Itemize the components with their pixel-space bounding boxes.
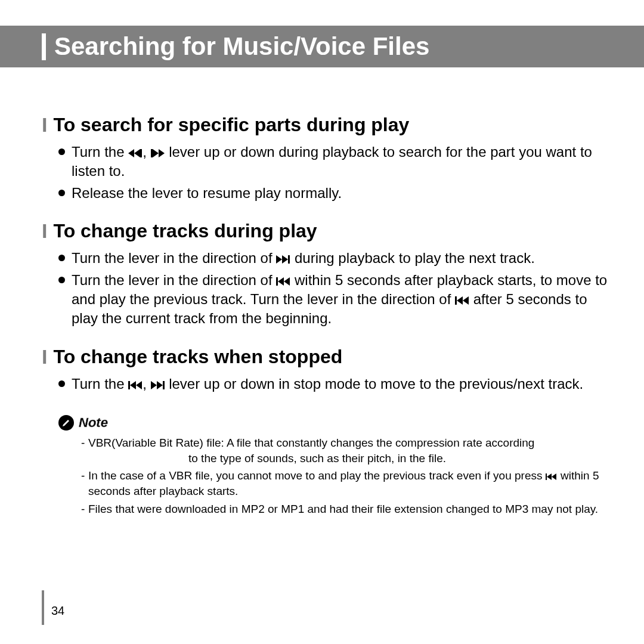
svg-marker-1 — [134, 149, 140, 157]
note-text: Files that were downloaded in MP2 or MP1… — [88, 503, 598, 515]
section-heading: I To change tracks when stopped — [42, 345, 608, 369]
svg-rect-20 — [163, 381, 165, 389]
svg-marker-7 — [282, 255, 288, 264]
bullet-text: during playback to play the next track. — [295, 250, 535, 266]
bullet-text: Turn the — [72, 144, 128, 160]
section-bar-icon: I — [42, 113, 47, 137]
svg-marker-17 — [136, 381, 142, 389]
bullet-list: Turn the , lever up or down in stop mode… — [42, 374, 608, 394]
svg-rect-21 — [546, 473, 547, 480]
svg-marker-19 — [157, 381, 163, 389]
note-heading: Note — [58, 415, 608, 431]
rewind-icon — [546, 473, 558, 480]
section-title: To change tracks during play — [53, 220, 317, 242]
page-title: Searching for Music/Voice Files — [54, 32, 429, 61]
svg-rect-15 — [128, 381, 130, 389]
forward-icon — [276, 255, 290, 264]
bullet-list: Turn the lever in the direction of durin… — [42, 249, 608, 329]
svg-rect-9 — [276, 277, 278, 286]
forward-icon — [151, 381, 165, 389]
section-title: To change tracks when stopped — [53, 346, 342, 368]
svg-marker-4 — [153, 149, 159, 157]
note-text: to the type of sounds, such as their pit… — [88, 451, 608, 466]
svg-marker-14 — [463, 296, 469, 305]
note-block: Note VBR(Variable Bit Rate) file: A file… — [42, 415, 608, 516]
section-bar-icon: I — [42, 345, 47, 369]
svg-marker-22 — [547, 473, 552, 480]
bullet-list: Turn the , lever up or down during playb… — [42, 143, 608, 203]
rewind-forward-icons: , — [128, 376, 169, 392]
page-number-bar — [42, 590, 44, 625]
note-text: In the case of a VBR file, you cannot mo… — [88, 469, 546, 482]
bullet-item: Turn the lever in the direction of durin… — [58, 249, 608, 268]
note-list: VBR(Variable Bit Rate) file: A file that… — [58, 435, 608, 516]
bullet-item: Turn the lever in the direction of withi… — [58, 271, 608, 329]
section-title: To search for specific parts during play — [53, 114, 409, 136]
section-heading: I To change tracks during play — [42, 219, 608, 243]
section-change-tracks-stopped: I To change tracks when stopped Turn the… — [42, 345, 608, 394]
section-heading: I To search for specific parts during pl… — [42, 113, 608, 137]
rewind-forward-icons: , — [128, 144, 169, 160]
svg-rect-3 — [151, 149, 153, 157]
rewind-icon — [455, 296, 469, 305]
svg-marker-23 — [552, 473, 556, 480]
page-content: I To search for specific parts during pl… — [42, 101, 608, 519]
note-item: Files that were downloaded in MP2 or MP1… — [81, 501, 608, 517]
note-item: VBR(Variable Bit Rate) file: A file that… — [81, 435, 608, 466]
svg-marker-6 — [276, 255, 282, 264]
bullet-text: Release the lever to resume play normall… — [72, 185, 342, 201]
page-number: 34 — [51, 604, 64, 618]
forward-icon — [151, 149, 165, 157]
rewind-icon — [276, 277, 290, 286]
svg-marker-5 — [159, 149, 165, 157]
svg-rect-2 — [140, 149, 142, 157]
svg-rect-12 — [455, 296, 457, 305]
bullet-item: Turn the , lever up or down in stop mode… — [58, 374, 608, 394]
svg-marker-0 — [128, 149, 134, 157]
svg-rect-8 — [288, 255, 290, 264]
svg-marker-18 — [151, 381, 157, 389]
bullet-item: Release the lever to resume play normall… — [58, 184, 608, 203]
section-search-parts: I To search for specific parts during pl… — [42, 113, 608, 203]
note-item: In the case of a VBR file, you cannot mo… — [81, 468, 608, 499]
page-header: Searching for Music/Voice Files — [0, 26, 644, 67]
bullet-item: Turn the , lever up or down during playb… — [58, 143, 608, 181]
svg-marker-10 — [278, 277, 284, 286]
note-text: VBR(Variable Bit Rate) file: A file that… — [88, 436, 534, 449]
bullet-text: lever up or down in stop mode to move to… — [169, 376, 583, 392]
svg-marker-13 — [457, 296, 463, 305]
note-pencil-icon — [58, 415, 74, 431]
bullet-text: Turn the — [72, 376, 128, 392]
bullet-text: Turn the lever in the direction of — [72, 250, 276, 266]
section-bar-icon: I — [42, 219, 47, 243]
svg-marker-16 — [130, 381, 136, 389]
bullet-text: Turn the lever in the direction of — [72, 272, 276, 288]
svg-marker-11 — [284, 277, 290, 286]
section-change-tracks-play: I To change tracks during play Turn the … — [42, 219, 608, 329]
rewind-icon — [128, 149, 143, 157]
header-bar-mark — [42, 33, 46, 60]
rewind-icon — [128, 381, 143, 389]
note-label: Note — [79, 415, 108, 431]
